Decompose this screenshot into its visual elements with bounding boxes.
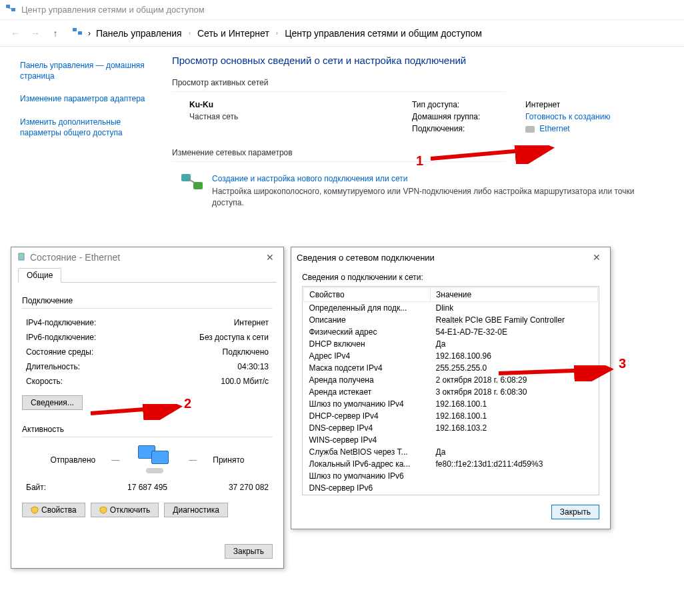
property-cell: Определенный для подк... xyxy=(304,302,431,315)
table-row[interactable]: Определенный для подк...Dlink xyxy=(304,302,598,315)
table-row[interactable]: Локальный IPv6-адрес ка...fe80::f1e2:13d… xyxy=(304,458,598,470)
breadcrumb-root[interactable]: Панель управления xyxy=(96,28,182,39)
table-row[interactable]: Шлюз по умолчанию IPv4192.168.100.1 xyxy=(304,398,598,410)
network-type: Частная сеть xyxy=(189,112,412,121)
annotation-arrow-3 xyxy=(493,365,613,381)
main-pane: Просмотр основных сведений о сети и наст… xyxy=(167,55,684,209)
value-cell: 192.168.103.2 xyxy=(431,422,598,434)
value-cell: 192.168.100.1 xyxy=(431,410,598,422)
back-button[interactable]: ← xyxy=(8,26,23,41)
breadcrumb-mid[interactable]: Сеть и Интернет xyxy=(197,28,269,39)
svg-rect-6 xyxy=(19,253,24,260)
sidebar-link-adapter[interactable]: Изменение параметров адаптера xyxy=(20,93,153,104)
value-cell: 54-E1-AD-7E-32-0E xyxy=(431,326,598,338)
network-adapter-icon xyxy=(17,252,26,263)
table-row[interactable]: WINS-сервер IPv4 xyxy=(304,434,598,446)
sent-label: Отправлено xyxy=(51,455,96,465)
property-cell: Маска подсети IPv4 xyxy=(304,362,431,374)
table-row[interactable]: DNS-сервер IPv4192.168.103.2 xyxy=(304,422,598,434)
col-value[interactable]: Значение xyxy=(431,288,598,302)
svg-rect-3 xyxy=(73,28,77,31)
ipv6-value: Без доступа к сети xyxy=(199,333,269,342)
received-bytes: 37 270 082 xyxy=(229,483,269,492)
active-networks-label: Просмотр активных сетей xyxy=(172,78,671,87)
ethernet-link[interactable]: Ethernet xyxy=(539,124,569,133)
new-connection-icon xyxy=(181,174,204,191)
details-button[interactable]: Сведения... xyxy=(22,395,83,410)
shield-icon xyxy=(99,506,107,514)
sidebar-link-sharing[interactable]: Изменить дополнительные параметры общего… xyxy=(20,117,153,138)
network-name: Ku-Ku xyxy=(189,100,412,109)
table-row[interactable]: Адрес IPv4192.168.100.96 xyxy=(304,350,598,362)
col-property[interactable]: Свойство xyxy=(304,288,431,302)
property-cell: Адрес IPv4 xyxy=(304,350,431,362)
value-cell: 3 октября 2018 г. 6:08:30 xyxy=(431,386,598,398)
new-connection-link[interactable]: Создание и настройка нового подключения … xyxy=(212,174,639,183)
property-cell: DHCP включен xyxy=(304,338,431,350)
network-center-icon xyxy=(5,3,16,16)
sidebar-link-home[interactable]: Панель управления — домашняя страница xyxy=(20,60,153,81)
breadcrumb-separator: › xyxy=(88,29,91,38)
svg-rect-4 xyxy=(78,31,82,35)
table-row[interactable]: DNS-сервер IPv6 xyxy=(304,482,598,494)
close-button[interactable]: Закрыть xyxy=(225,544,273,559)
property-cell: Локальный IPv6-адрес ка... xyxy=(304,458,431,470)
tab-general[interactable]: Общие xyxy=(18,268,61,283)
value-cell xyxy=(431,470,598,482)
property-cell: Аренда получена xyxy=(304,374,431,386)
table-row[interactable]: ОписаниеRealtek PCIe GBE Family Controll… xyxy=(304,314,598,326)
disable-button[interactable]: Отключить xyxy=(91,503,159,517)
new-connection-desc: Настройка широкополосного, коммутируемог… xyxy=(212,186,639,209)
table-row[interactable]: Физический адрес54-E1-AD-7E-32-0E xyxy=(304,326,598,338)
duration-value: 04:30:13 xyxy=(237,362,269,371)
access-type-label: Тип доступа: xyxy=(412,100,512,109)
homegroup-label: Домашняя группа: xyxy=(412,112,512,121)
received-label: Принято xyxy=(213,455,244,465)
value-cell: 192.168.100.96 xyxy=(431,350,598,362)
annotation-arrow-2 xyxy=(85,404,183,420)
value-cell: 192.168.100.1 xyxy=(431,398,598,410)
activity-section-label: Активность xyxy=(22,425,273,434)
close-icon[interactable]: ✕ xyxy=(589,252,605,263)
property-cell: Шлюз по умолчанию IPv4 xyxy=(304,398,431,410)
close-button[interactable]: Закрыть xyxy=(551,505,599,519)
window-title: Центр управления сетями и общим доступом xyxy=(21,5,205,15)
speed-label: Скорость: xyxy=(26,377,63,386)
connections-label: Подключения: xyxy=(412,124,512,133)
property-cell: DNS-сервер IPv6 xyxy=(304,482,431,494)
table-row[interactable]: Служба NetBIOS через T...Да xyxy=(304,446,598,458)
ethernet-icon xyxy=(525,126,535,133)
table-row[interactable]: DHCP-сервер IPv4192.168.100.1 xyxy=(304,410,598,422)
property-cell: Аренда истекает xyxy=(304,386,431,398)
annotation-number-2: 2 xyxy=(184,396,191,411)
table-row[interactable]: Шлюз по умолчанию IPv6 xyxy=(304,470,598,482)
homegroup-link[interactable]: Готовность к созданию xyxy=(525,112,610,121)
access-type-value: Интернет xyxy=(525,100,560,109)
value-cell xyxy=(431,482,598,494)
sidebar: Панель управления — домашняя страница Из… xyxy=(0,55,167,209)
diagnose-button[interactable]: Диагностика xyxy=(164,503,228,517)
table-row[interactable]: Аренда истекает3 октября 2018 г. 6:08:30 xyxy=(304,386,598,398)
svg-rect-0 xyxy=(6,5,10,8)
value-cell: Да xyxy=(431,446,598,458)
connection-details-table: Свойство Значение Определенный для подк.… xyxy=(303,287,598,494)
property-cell: WINS-сервер IPv4 xyxy=(304,434,431,446)
value-cell: Да xyxy=(431,338,598,350)
connection-details-dialog: Сведения о сетевом подключении ✕ Сведени… xyxy=(291,247,611,529)
up-button[interactable]: ↑ xyxy=(48,26,63,41)
ipv4-value: Интернет xyxy=(234,318,269,327)
property-cell: DNS-сервер IPv4 xyxy=(304,422,431,434)
svg-line-8 xyxy=(499,369,610,373)
close-icon[interactable]: ✕ xyxy=(262,252,278,263)
property-cell: DHCP-сервер IPv4 xyxy=(304,410,431,422)
shield-icon xyxy=(31,506,39,514)
forward-button[interactable]: → xyxy=(28,26,43,41)
breadcrumb: Панель управления › Сеть и Интернет › Це… xyxy=(96,28,482,39)
activity-icon xyxy=(135,444,173,476)
details-dialog-title: Сведения о сетевом подключении xyxy=(297,253,435,263)
table-row[interactable]: DHCP включенДа xyxy=(304,338,598,350)
media-value: Подключено xyxy=(223,347,269,357)
details-subtitle: Сведения о подключении к сети: xyxy=(302,273,599,282)
annotation-arrow-1 xyxy=(424,145,557,164)
properties-button[interactable]: Свойства xyxy=(22,503,85,517)
